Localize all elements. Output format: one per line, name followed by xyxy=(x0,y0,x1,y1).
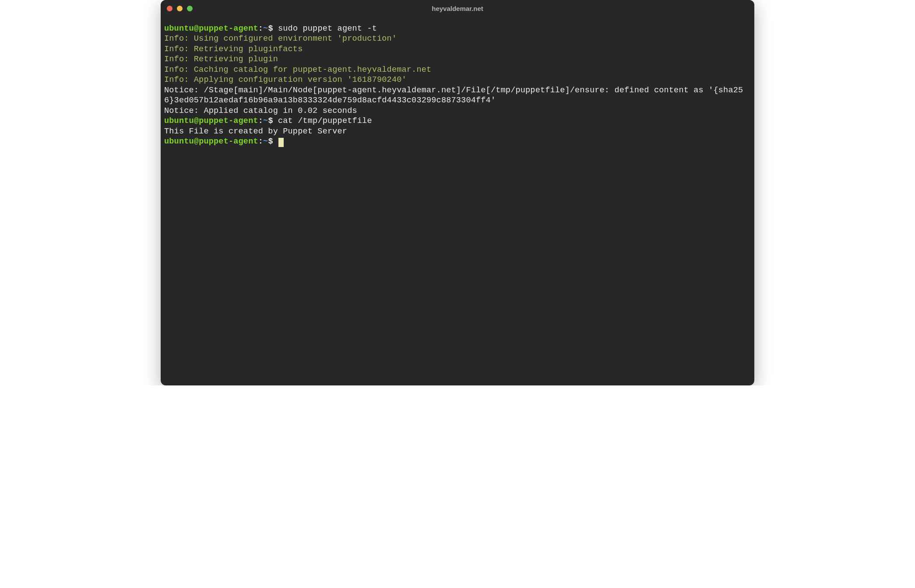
info-line-3: Info: Retrieving plugin xyxy=(164,54,751,64)
prompt-user: ubuntu xyxy=(164,24,194,33)
prompt-dollar: $ xyxy=(268,116,273,126)
prompt-at: @ xyxy=(194,116,199,126)
prompt-at: @ xyxy=(194,24,199,33)
prompt-host: puppet-agent xyxy=(199,137,258,146)
prompt-user: ubuntu xyxy=(164,116,194,126)
prompt-dollar: $ xyxy=(268,137,273,146)
close-icon[interactable] xyxy=(167,6,172,11)
command-2: cat /tmp/puppetfile xyxy=(273,116,372,126)
window-title: heyvaldemar.net xyxy=(432,5,483,12)
traffic-lights xyxy=(167,6,193,11)
terminal-line-prompt-2: ubuntu@puppet-agent:~$ cat /tmp/puppetfi… xyxy=(164,116,751,126)
notice-line-2: Notice: Applied catalog in 0.02 seconds xyxy=(164,106,751,116)
maximize-icon[interactable] xyxy=(187,6,193,11)
prompt-path: ~ xyxy=(263,137,268,146)
prompt-host: puppet-agent xyxy=(199,24,258,33)
output-line-1: This File is created by Puppet Server xyxy=(164,126,751,136)
terminal-window: heyvaldemar.net ubuntu@puppet-agent:~$ s… xyxy=(161,0,754,385)
info-line-2: Info: Retrieving pluginfacts xyxy=(164,44,751,54)
prompt-colon: : xyxy=(258,24,263,33)
info-line-5: Info: Applying configuration version '16… xyxy=(164,75,751,85)
prompt-host: puppet-agent xyxy=(199,116,258,126)
terminal-line-prompt-3: ubuntu@puppet-agent:~$ xyxy=(164,136,751,147)
info-line-1: Info: Using configured environment 'prod… xyxy=(164,34,751,44)
minimize-icon[interactable] xyxy=(177,6,183,11)
notice-line-1: Notice: /Stage[main]/Main/Node[puppet-ag… xyxy=(164,85,751,106)
prompt-at: @ xyxy=(194,137,199,146)
prompt-colon: : xyxy=(258,116,263,126)
prompt-colon: : xyxy=(258,137,263,146)
terminal-body[interactable]: ubuntu@puppet-agent:~$ sudo puppet agent… xyxy=(161,17,754,385)
command-3 xyxy=(273,137,278,146)
prompt-path: ~ xyxy=(263,116,268,126)
prompt-path: ~ xyxy=(263,24,268,33)
prompt-user: ubuntu xyxy=(164,137,194,146)
terminal-line-prompt-1: ubuntu@puppet-agent:~$ sudo puppet agent… xyxy=(164,24,751,34)
info-line-4: Info: Caching catalog for puppet-agent.h… xyxy=(164,65,751,75)
title-bar: heyvaldemar.net xyxy=(161,0,754,17)
prompt-dollar: $ xyxy=(268,24,273,33)
command-1: sudo puppet agent -t xyxy=(273,24,377,33)
cursor-icon xyxy=(278,138,284,147)
